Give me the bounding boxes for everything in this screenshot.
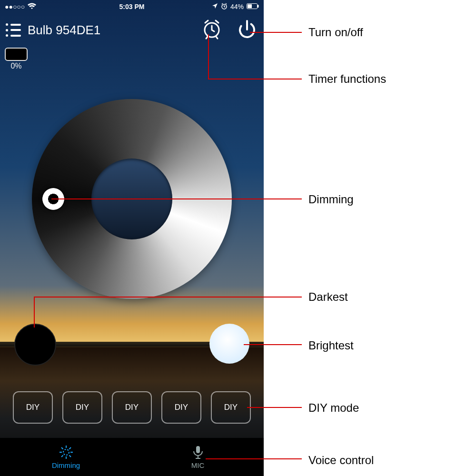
svg-line-16	[69, 447, 71, 449]
callout-voice: Voice control	[308, 454, 374, 467]
brightness-indicator: 0%	[5, 48, 28, 70]
tab-mic[interactable]: MIC	[132, 438, 264, 476]
diy-button[interactable]: DIY	[112, 391, 152, 424]
bottom-tabs: Dimming MIC	[0, 438, 264, 476]
dimming-ring[interactable]	[32, 99, 232, 299]
svg-line-14	[61, 447, 63, 449]
brightness-swatch	[5, 48, 28, 61]
brightness-pct: 0%	[10, 62, 21, 70]
menu-icon[interactable]	[6, 23, 21, 37]
diy-button[interactable]: DIY	[13, 391, 53, 424]
svg-line-17	[61, 455, 63, 457]
callout-diy: DIY mode	[308, 401, 359, 415]
callout-brightest: Brightest	[308, 339, 354, 352]
diy-button[interactable]: DIY	[161, 391, 201, 424]
phone-screen: ●●○○○ 5:03 PM 44%	[0, 0, 264, 476]
svg-line-15	[69, 455, 71, 457]
power-icon[interactable]	[236, 18, 258, 42]
diy-button[interactable]: DIY	[62, 391, 102, 424]
sun-icon	[59, 445, 73, 459]
tab-mic-label: MIC	[191, 461, 205, 469]
annotation-panel	[264, 0, 476, 476]
callout-timer: Timer functions	[308, 72, 386, 86]
tab-dimming-label: Dimming	[52, 461, 80, 469]
svg-rect-18	[196, 446, 200, 453]
diy-row: DIY DIY DIY DIY DIY	[0, 391, 264, 424]
status-time: 5:03 PM	[0, 3, 264, 10]
svg-point-9	[63, 449, 69, 455]
dimming-handle[interactable]	[42, 188, 64, 210]
tab-dimming[interactable]: Dimming	[0, 438, 132, 476]
nav-bar: Bulb 954DE1	[0, 13, 264, 47]
brightest-button[interactable]	[209, 324, 249, 364]
status-bar: ●●○○○ 5:03 PM 44%	[0, 0, 264, 13]
darkest-button[interactable]	[14, 324, 56, 366]
diy-button[interactable]: DIY	[211, 391, 251, 424]
microphone-icon	[192, 445, 204, 459]
timer-icon[interactable]	[201, 18, 223, 42]
callout-power: Turn on/off	[308, 26, 363, 39]
device-title: Bulb 954DE1	[28, 23, 201, 38]
callout-dimming: Dimming	[308, 193, 354, 206]
callout-darkest: Darkest	[308, 290, 348, 304]
